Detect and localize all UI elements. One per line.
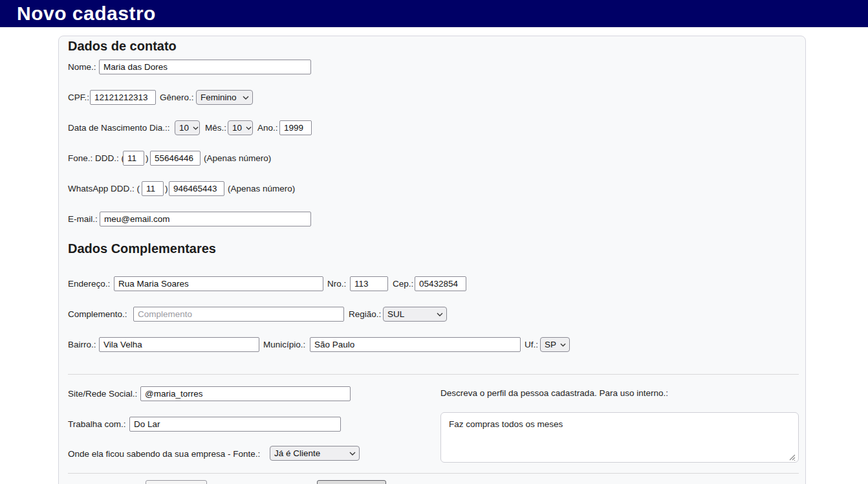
fonte-select-value: Já é Cliente bbox=[274, 448, 320, 458]
regiao-select-value: SUL bbox=[387, 309, 404, 319]
uf-select-value: SP bbox=[545, 340, 556, 349]
email-input[interactable] bbox=[100, 212, 311, 226]
uf-label: Uf.: bbox=[525, 340, 538, 349]
page: Novo cadastro Dados de contato Nome.: CP… bbox=[0, 0, 868, 484]
fonte-select[interactable]: Já é Cliente bbox=[270, 446, 360, 461]
whatsapp-hint: (Apenas número) bbox=[228, 184, 295, 193]
bairro-input[interactable] bbox=[99, 337, 259, 352]
complemento-input[interactable] bbox=[133, 307, 344, 322]
endereco-input[interactable] bbox=[114, 276, 323, 291]
fone-numero-input[interactable] bbox=[150, 151, 201, 166]
footer-divider bbox=[68, 473, 799, 474]
page-title: Novo cadastro bbox=[17, 1, 156, 26]
cpf-input[interactable] bbox=[90, 90, 156, 105]
fone-ddd-input[interactable] bbox=[123, 151, 144, 166]
mes-select-value: 10 bbox=[232, 123, 242, 133]
complemento-label: Complemento.: bbox=[68, 309, 127, 319]
nome-label: Nome.: bbox=[68, 62, 96, 72]
chevron-down-icon bbox=[193, 126, 199, 130]
whatsapp-numero-input[interactable] bbox=[169, 181, 224, 196]
site-label: Site/Rede Social.: bbox=[68, 389, 137, 399]
municipio-label: Município.: bbox=[263, 340, 305, 349]
ano-label: Ano.: bbox=[257, 123, 278, 133]
email-label: E-mail.: bbox=[68, 214, 98, 224]
section-divider bbox=[68, 374, 799, 375]
trabalha-input[interactable] bbox=[129, 417, 341, 432]
municipio-input[interactable] bbox=[310, 337, 521, 352]
fonte-label: Onde ela ficou sabendo da sua empresa - … bbox=[68, 449, 260, 459]
ano-input[interactable] bbox=[279, 120, 312, 135]
bottom-button-1[interactable] bbox=[146, 480, 207, 484]
mes-select[interactable]: 10 bbox=[228, 120, 253, 135]
genero-select-value: Feminino bbox=[201, 93, 237, 102]
genero-select[interactable]: Feminino bbox=[196, 90, 253, 105]
mes-label: Mês.: bbox=[205, 123, 226, 133]
uf-select[interactable]: SP bbox=[540, 337, 570, 352]
top-header-bar: Novo cadastro bbox=[0, 0, 868, 27]
section-title-complementary: Dados Complementares bbox=[68, 241, 216, 256]
cep-label: Cep.: bbox=[393, 279, 413, 289]
site-input[interactable] bbox=[140, 386, 351, 401]
nascimento-label: Data de Nascimento Dia.:: bbox=[68, 123, 170, 133]
whatsapp-ddd-input[interactable] bbox=[142, 181, 164, 196]
chevron-down-icon bbox=[243, 96, 249, 100]
dia-select-value: 10 bbox=[179, 123, 189, 133]
endereco-label: Endereço.: bbox=[68, 279, 110, 289]
cep-input[interactable] bbox=[415, 276, 466, 291]
chevron-down-icon bbox=[246, 126, 252, 130]
perfil-textarea[interactable]: Faz compras todos os meses bbox=[440, 412, 799, 463]
nro-input[interactable] bbox=[350, 276, 388, 291]
trabalha-label: Trabalha com.: bbox=[68, 419, 126, 429]
whatsapp-paren: ) bbox=[165, 184, 168, 193]
fone-paren: ) bbox=[146, 153, 149, 163]
fone-label: Fone.: DDD.: ( bbox=[68, 153, 124, 163]
whatsapp-label: WhatsApp DDD.: ( bbox=[68, 184, 140, 193]
nro-label: Nro.: bbox=[327, 279, 346, 289]
genero-label: Gênero.: bbox=[160, 93, 194, 102]
fone-hint: (Apenas número) bbox=[204, 153, 271, 163]
bottom-button-2[interactable] bbox=[317, 480, 386, 484]
regiao-label: Região.: bbox=[349, 309, 381, 319]
nome-input[interactable] bbox=[99, 60, 311, 74]
dia-select[interactable]: 10 bbox=[175, 120, 200, 135]
chevron-down-icon bbox=[349, 452, 356, 456]
bairro-label: Bairro.: bbox=[68, 340, 96, 349]
regiao-select[interactable]: SUL bbox=[383, 307, 447, 322]
chevron-down-icon bbox=[560, 343, 566, 347]
chevron-down-icon bbox=[437, 313, 443, 316]
section-title-contact: Dados de contato bbox=[68, 39, 177, 54]
cpf-label: CPF.: bbox=[68, 93, 89, 102]
perfil-label: Descreva o perfil da pessoa cadastrada. … bbox=[440, 388, 668, 398]
